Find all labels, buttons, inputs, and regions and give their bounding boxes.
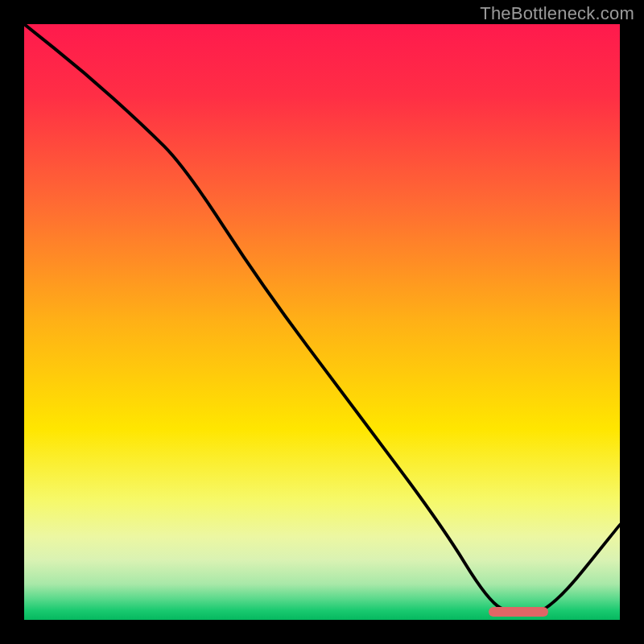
plot-area — [24, 24, 620, 620]
optimal-range-marker — [489, 607, 548, 617]
watermark-text: TheBottleneck.com — [480, 3, 634, 24]
bottleneck-curve — [24, 24, 620, 620]
chart-frame: TheBottleneck.com — [0, 0, 644, 644]
